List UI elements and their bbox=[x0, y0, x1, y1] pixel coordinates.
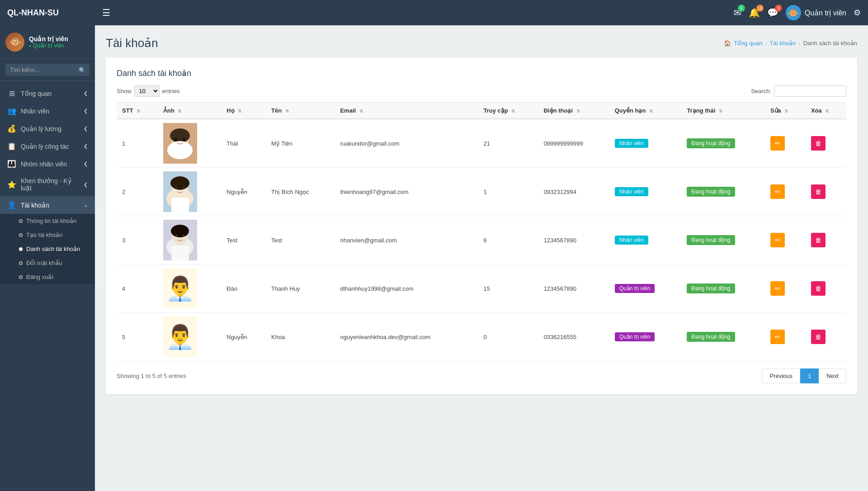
delete-button[interactable]: 🗑 bbox=[811, 281, 826, 296]
cell-ten: Test bbox=[266, 216, 335, 264]
breadcrumb-home-icon: 🏠 bbox=[724, 40, 731, 47]
svg-point-17 bbox=[175, 235, 177, 237]
cell-ten: Khoa bbox=[266, 313, 335, 361]
quan-ly-luong-chevron: ❮ bbox=[84, 126, 88, 132]
layout: 🐵 Quản trị viên Quản trị viên 🔍 ⊞ Tổng q… bbox=[0, 25, 868, 491]
submenu-thong-tin-tai-khoan[interactable]: Thông tin tài khoản bbox=[0, 214, 95, 228]
sidebar-item-tai-khoan[interactable]: 👤 Tài khoản ⌄ bbox=[0, 196, 95, 214]
mail-notification-btn[interactable]: ✉ 4 bbox=[734, 7, 741, 18]
delete-button[interactable]: 🗑 bbox=[811, 184, 826, 199]
breadcrumb-sep1: › bbox=[765, 40, 767, 47]
page-title: Tài khoản bbox=[106, 36, 158, 50]
sidebar-item-tong-quan[interactable]: ⊞ Tổng quan ❮ bbox=[0, 85, 95, 102]
nhom-nhan-vien-label: Nhóm nhân viên bbox=[21, 161, 67, 168]
svg-point-16 bbox=[171, 225, 189, 237]
submenu-doi-mat-khau[interactable]: Đổi mật khẩu bbox=[0, 256, 95, 270]
cell-xoa: 🗑 bbox=[806, 119, 846, 168]
khen-thuong-icon: ⭐ bbox=[7, 180, 16, 189]
cell-truy-cap: 15 bbox=[478, 264, 538, 313]
cell-truy-cap: 1 bbox=[478, 168, 538, 216]
next-button[interactable]: Next bbox=[819, 368, 846, 383]
cell-photo: 👨‍💼 bbox=[158, 313, 221, 361]
edit-button[interactable]: ✏ bbox=[770, 136, 785, 151]
svg-point-2 bbox=[170, 128, 190, 143]
delete-button[interactable]: 🗑 bbox=[811, 136, 826, 151]
svg-rect-12 bbox=[171, 198, 189, 212]
sidebar-menu: ⊞ Tổng quan ❮ 👥 Nhân viên ❮ 💰 Quản lý lư… bbox=[0, 81, 95, 288]
col-anh: Ảnh ⇅ bbox=[158, 103, 221, 119]
breadcrumb-home[interactable]: Tổng quan bbox=[734, 40, 762, 47]
cell-email: thienhoang97@gmail.com bbox=[335, 168, 478, 216]
doi-mat-khau-label: Đổi mật khẩu bbox=[26, 260, 62, 266]
sidebar-user-role: Quản trị viên bbox=[29, 42, 68, 49]
submenu-tao-tai-khoan[interactable]: Tạo tài khoản bbox=[0, 228, 95, 242]
cell-stt: 2 bbox=[117, 168, 158, 216]
quan-ly-cong-tac-icon: 📋 bbox=[7, 142, 16, 151]
cell-dien-thoai: 1234567890 bbox=[538, 216, 609, 264]
nhom-nhan-vien-icon: 👨‍👩‍👧 bbox=[7, 160, 16, 168]
cell-trang-thai: Đang hoạt động bbox=[681, 119, 764, 168]
col-sua: Sửa ⇅ bbox=[765, 103, 806, 119]
edit-button[interactable]: ✏ bbox=[770, 184, 785, 199]
tao-tai-khoan-label: Tạo tài khoản bbox=[26, 231, 62, 238]
user-menu[interactable]: 🐵 Quản trị viên bbox=[786, 5, 846, 20]
sidebar-item-quan-ly-cong-tac[interactable]: 📋 Quản lý công tác ❮ bbox=[0, 137, 95, 155]
svg-point-10 bbox=[175, 187, 177, 189]
cell-stt: 5 bbox=[117, 313, 158, 361]
sidebar-item-quan-ly-luong[interactable]: 💰 Quản lý lương ❮ bbox=[0, 120, 95, 137]
bell-notification-btn[interactable]: 🔔 18 bbox=[749, 7, 760, 18]
sidebar-search-section: 🔍 bbox=[0, 59, 95, 81]
submenu-dang-xuat[interactable]: Đăng xuất bbox=[0, 270, 95, 284]
sidebar-item-nhom-nhan-vien[interactable]: 👨‍👩‍👧 Nhóm nhân viên ❮ bbox=[0, 155, 95, 173]
cell-trang-thai: Đang hoạt động bbox=[681, 264, 764, 313]
previous-button[interactable]: Previous bbox=[762, 368, 800, 383]
nhan-vien-icon: 👥 bbox=[7, 107, 16, 115]
thong-tin-label: Thông tin tài khoản bbox=[26, 217, 76, 224]
cell-sua: ✏ bbox=[765, 313, 806, 361]
sidebar-item-khen-thuong[interactable]: ⭐ Khen thưởng - Kỷ luật ❮ bbox=[0, 173, 95, 196]
page-1-button[interactable]: 1 bbox=[800, 368, 819, 383]
edit-button[interactable]: ✏ bbox=[770, 233, 785, 247]
pagination: Previous 1 Next bbox=[762, 368, 846, 383]
table-body: 1 Thái Mỹ Tiên ruakundor@gmail.com 21 09… bbox=[117, 119, 846, 361]
table-head: STT ⇅ Ảnh ⇅ Họ ⇅ Tên ⇅ Email ⇅ Truy cập … bbox=[117, 103, 846, 119]
breadcrumb-section[interactable]: Tài khoản bbox=[769, 40, 796, 47]
delete-button[interactable]: 🗑 bbox=[811, 330, 826, 344]
cell-email: nguyenleanhkhoa.dev@gmail.com bbox=[335, 313, 478, 361]
sidebar-search-icon: 🔍 bbox=[79, 66, 86, 73]
col-xoa: Xóa ⇅ bbox=[806, 103, 846, 119]
sidebar-search-input[interactable] bbox=[5, 64, 90, 76]
sidebar-user-info: Quản trị viên Quản trị viên bbox=[29, 35, 68, 49]
table-row: 1 Thái Mỹ Tiên ruakundor@gmail.com 21 09… bbox=[117, 119, 846, 168]
entries-select[interactable]: 10 25 50 100 bbox=[134, 85, 160, 97]
sidebar-user-section: 🐵 Quản trị viên Quản trị viên bbox=[0, 25, 95, 59]
chat-notification-btn[interactable]: 💬 9 bbox=[767, 7, 778, 18]
card-title: Danh sách tài khoản bbox=[117, 68, 846, 78]
breadcrumb-sep2: › bbox=[798, 40, 800, 47]
sidebar-item-nhan-vien[interactable]: 👥 Nhân viên ❮ bbox=[0, 102, 95, 120]
submenu-danh-sach-tai-khoan[interactable]: Danh sách tài khoản bbox=[0, 242, 95, 256]
table-search-input[interactable] bbox=[774, 85, 846, 97]
main-content: Tài khoản 🏠 Tổng quan › Tài khoản › Danh… bbox=[95, 25, 868, 491]
cell-xoa: 🗑 bbox=[806, 264, 846, 313]
cell-photo bbox=[158, 119, 221, 168]
settings-icon[interactable]: ⚙ bbox=[854, 8, 861, 18]
cell-xoa: 🗑 bbox=[806, 216, 846, 264]
cell-email: ruakundor@gmail.com bbox=[335, 119, 478, 168]
status-badge: Đang hoạt động bbox=[687, 332, 735, 342]
delete-button[interactable]: 🗑 bbox=[811, 233, 826, 247]
cell-dien-thoai: 0932312994 bbox=[538, 168, 609, 216]
edit-button[interactable]: ✏ bbox=[770, 330, 785, 344]
col-ho: Họ ⇅ bbox=[221, 103, 266, 119]
sidebar-avatar: 🐵 bbox=[5, 33, 24, 52]
cell-ten: Thanh Huy bbox=[266, 264, 335, 313]
role-badge: Nhân viên bbox=[615, 236, 648, 245]
cell-email: dthanhhuy1998@gmail.com bbox=[335, 264, 478, 313]
cell-trang-thai: Đang hoạt động bbox=[681, 313, 764, 361]
tai-khoan-label: Tài khoản bbox=[21, 202, 49, 209]
edit-button[interactable]: ✏ bbox=[770, 281, 785, 296]
menu-toggle[interactable]: ☰ bbox=[102, 7, 110, 18]
sidebar-user-name: Quản trị viên bbox=[29, 35, 68, 42]
quan-ly-luong-label: Quản lý lương bbox=[21, 125, 61, 132]
cell-photo bbox=[158, 168, 221, 216]
